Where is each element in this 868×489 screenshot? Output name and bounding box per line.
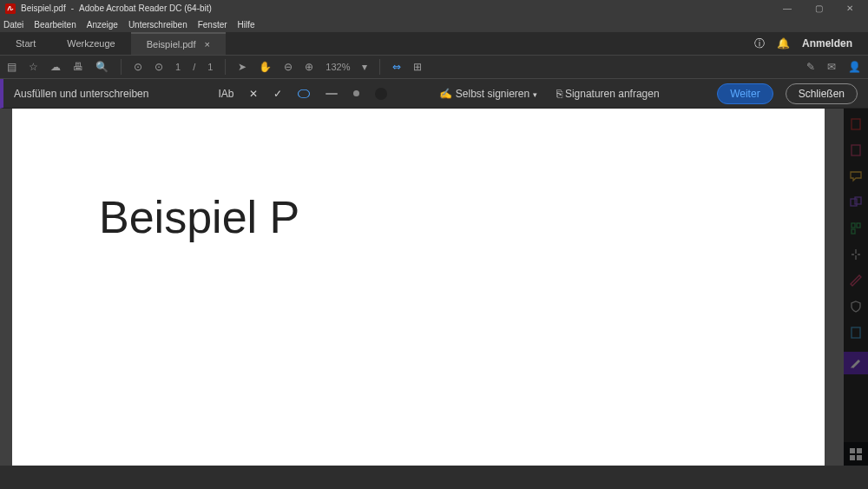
search-icon[interactable]: 🔍: [95, 61, 108, 73]
menu-sign[interactable]: Unterschreiben: [128, 20, 187, 30]
toolbar-separator: [379, 59, 380, 75]
combine-icon[interactable]: [849, 195, 863, 209]
document-tabs: Start Werkzeuge Beispiel.pdf × ⓘ 🔔 Anmel…: [0, 32, 868, 55]
svg-rect-1: [852, 119, 860, 129]
annotation-tools: IAb ✕ ✓: [218, 88, 387, 100]
zoom-level[interactable]: 132%: [326, 62, 350, 72]
sign-in-button[interactable]: Anmelden: [802, 37, 852, 50]
fit-width-icon[interactable]: ⇔: [392, 61, 401, 73]
fill-sign-tool-icon[interactable]: [844, 352, 868, 374]
svg-rect-17: [857, 455, 862, 460]
fit-page-icon[interactable]: ⊞: [413, 61, 422, 73]
tab-start[interactable]: Start: [0, 32, 51, 55]
menu-view[interactable]: Anzeige: [87, 20, 118, 30]
toolbar-separator: [225, 59, 226, 75]
page-total: 1: [207, 62, 213, 72]
cross-tool-icon[interactable]: ✕: [249, 88, 258, 100]
export-icon[interactable]: [849, 326, 863, 340]
start-button-icon[interactable]: [849, 446, 863, 462]
highlight-icon[interactable]: ✎: [806, 61, 815, 73]
sidebar-toggle-icon[interactable]: ▤: [7, 61, 16, 73]
color-swatch[interactable]: [375, 88, 387, 100]
cursor-icon[interactable]: ➤: [238, 61, 247, 73]
window-minimize-button[interactable]: —: [774, 3, 800, 13]
tab-close-icon[interactable]: ×: [205, 39, 210, 50]
window-maximize-button[interactable]: ▢: [806, 3, 832, 13]
self-sign-icon: ✍: [439, 88, 452, 100]
circle-tool-icon[interactable]: [298, 89, 310, 98]
svg-rect-15: [857, 448, 862, 453]
svg-rect-14: [850, 448, 855, 453]
compress-icon[interactable]: [849, 248, 863, 261]
page-canvas[interactable]: Beispiel P: [12, 109, 825, 466]
svg-rect-5: [852, 223, 855, 228]
share-icon[interactable]: ✉: [827, 61, 836, 73]
request-sign-label: Signaturen anfragen: [565, 88, 660, 100]
menubar: Datei Bearbeiten Anzeige Unterschreiben …: [0, 17, 868, 32]
svg-rect-7: [852, 229, 855, 234]
dot-tool-icon[interactable]: [353, 90, 359, 96]
acrobat-app-icon: [5, 3, 16, 14]
fill-sign-title: Ausfüllen und unterschreiben: [14, 88, 148, 100]
svg-rect-4: [855, 197, 861, 204]
text-tool[interactable]: IAb: [218, 88, 233, 100]
window-close-button[interactable]: ✕: [837, 3, 863, 13]
svg-rect-16: [850, 455, 855, 460]
self-sign-label: Selbst signieren: [456, 88, 529, 100]
bell-icon[interactable]: 🔔: [777, 37, 790, 50]
title-sep: -: [71, 3, 74, 13]
svg-rect-3: [851, 199, 857, 206]
next-button[interactable]: Weiter: [717, 83, 773, 104]
account-icon[interactable]: 👤: [848, 61, 861, 73]
edit-pdf-icon[interactable]: [849, 143, 863, 157]
page-of: /: [193, 62, 195, 72]
menu-window[interactable]: Fenster: [198, 20, 227, 30]
document-viewport: Beispiel P: [0, 109, 868, 466]
zoom-out-icon[interactable]: ⊖: [284, 61, 293, 73]
close-button[interactable]: Schließen: [786, 83, 858, 104]
self-sign-action[interactable]: ✍ Selbst signieren ▾: [439, 88, 536, 100]
tab-active-label: Beispiel.pdf: [147, 39, 196, 50]
print-icon[interactable]: 🖶: [73, 61, 83, 73]
tab-tools[interactable]: Werkzeuge: [51, 32, 130, 55]
svg-rect-8: [852, 327, 860, 338]
svg-rect-6: [857, 223, 860, 228]
right-tool-strip: ︿ Typ Zeichnen Bild: [844, 109, 868, 466]
tab-active-document[interactable]: Beispiel.pdf ×: [131, 32, 226, 55]
zoom-dropdown-icon[interactable]: ▾: [362, 61, 367, 73]
svg-rect-2: [852, 145, 860, 155]
page-up-icon[interactable]: ⊙: [134, 61, 142, 73]
main-toolbar: ▤ ☆ ☁ 🖶 🔍 ⊙ ⊙ 1 / 1 ➤ ✋ ⊖ ⊕ 132% ▾ ⇔ ⊞: [0, 55, 868, 79]
title-filename: Beispiel.pdf: [21, 3, 66, 13]
menu-help[interactable]: Hilfe: [238, 20, 255, 30]
star-icon[interactable]: ☆: [29, 61, 38, 73]
cloud-upload-icon[interactable]: ☁: [50, 61, 61, 73]
zoom-in-icon[interactable]: ⊕: [305, 61, 313, 73]
request-sign-icon: ⎘: [556, 88, 562, 100]
chevron-down-icon: ▾: [533, 90, 537, 99]
windows-taskbar: 🔍 ○ ⊞ ▤ ● ☁ 12°C Bewölkt ˄ ☁ ⊘ ⎌ 🔊 🔗 DE: [844, 442, 868, 466]
help-icon[interactable]: ⓘ: [754, 36, 765, 51]
menu-file[interactable]: Datei: [3, 20, 23, 30]
fill-sign-toolbar: Ausfüllen und unterschreiben IAb ✕ ✓ ✍ S…: [0, 79, 868, 109]
protect-icon[interactable]: [849, 300, 863, 314]
line-tool-icon[interactable]: [326, 93, 338, 95]
title-appname: Adobe Acrobat Reader DC (64-bit): [79, 3, 212, 13]
organize-icon[interactable]: [849, 221, 863, 235]
page-down-icon[interactable]: ⊙: [155, 61, 163, 73]
create-pdf-icon[interactable]: [849, 117, 863, 131]
redact-icon[interactable]: [849, 274, 863, 287]
comment-icon[interactable]: [849, 169, 863, 183]
page-current[interactable]: 1: [175, 62, 181, 72]
check-tool-icon[interactable]: ✓: [273, 88, 282, 100]
request-sign-action[interactable]: ⎘ Signaturen anfragen: [556, 88, 660, 100]
page-heading-text: Beispiel P: [99, 191, 299, 243]
hand-icon[interactable]: ✋: [259, 61, 272, 73]
menu-edit[interactable]: Bearbeiten: [34, 20, 76, 30]
titlebar: Beispiel.pdf - Adobe Acrobat Reader DC (…: [0, 0, 868, 17]
toolbar-separator: [121, 59, 122, 75]
